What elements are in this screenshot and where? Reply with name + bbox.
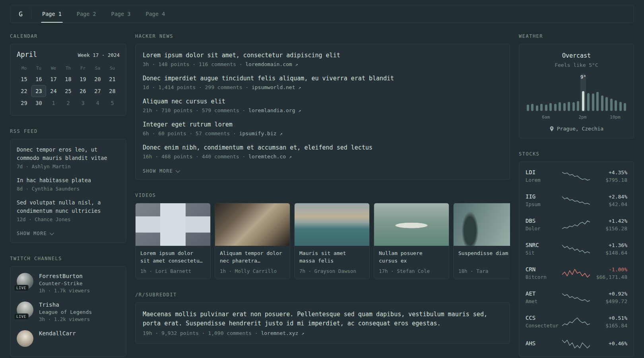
stock-info: LDI Lorem [526,169,562,183]
stock-row[interactable]: AET Amet +0.92% $499.72 [519,285,634,309]
stock-row[interactable]: CCS Consectetur +0.51% $165.84 [519,309,634,334]
video-card[interactable]: Aliquam tempor dolor nec pharetra… 1h · … [215,203,290,279]
rss-item-title[interactable]: Sed volutpat nulla nisl, a condimentum n… [17,198,120,215]
reddit-post-title[interactable]: Maecenas mollis pulvinar erat non posuer… [143,310,502,328]
calendar-card: April Week 17 · 2024 Mo Tu We Th Fr Sa S [10,44,126,116]
calendar-week-year: Week 17 · 2024 [78,52,120,58]
video-title[interactable]: Suspendisse diam [454,246,510,265]
hn-domain-link[interactable]: ipsumify.biz [239,130,277,136]
stock-ticker: LDI [526,169,562,175]
tab-page-2[interactable]: Page 2 [69,5,104,23]
calendar-day-selected: 23 [31,85,46,97]
stock-price: $795.18 [591,177,627,183]
stock-price: $165.84 [591,323,627,329]
video-title[interactable]: Lorem ipsum dolor sit amet consectetu… [136,246,210,265]
calendar-day: 27 [90,85,105,97]
stock-row[interactable]: AHS +0.46% [519,334,634,354]
hacker-news-widget: HACKER NEWS Lorem ipsum dolor sit amet, … [135,33,510,180]
twitch-channel-game: Counter-Strike [39,280,90,286]
weather-bar [544,74,549,112]
twitch-channel-row[interactable]: LIVE Trisha League of Legends 3h · 1.2k … [17,302,120,322]
hn-item: Aliquam nec cursus elit 21h · 710 points… [143,97,502,113]
calendar-month: April [17,51,37,58]
weather-bar [600,74,605,112]
rss-item-meta: 8d · Cynthia Saunders [17,186,120,192]
twitch-channel-name[interactable]: KendallCarr [39,330,76,337]
reddit-domain-link[interactable]: loremnet.xyz [261,330,298,336]
hn-item-title[interactable]: Lorem ipsum dolor sit amet, consectetur … [143,51,502,60]
hn-meta-text: 3h · 148 points · 116 comments · [143,61,242,67]
calendar-header: April Week 17 · 2024 [17,51,120,58]
twitch-channel-row[interactable]: KendallCarr [17,330,120,347]
video-title[interactable]: Aliquam tempor dolor nec pharetra… [215,246,290,265]
video-thumbnail [454,203,510,246]
stocks-widget: STOCKS LDI Lorem +4.35% $795.18 [519,151,634,357]
hn-meta-text: 16h · 468 points · 440 comments · [143,154,245,160]
rss-show-more-button[interactable]: SHOW MORE [17,231,53,236]
stock-row[interactable]: IIG Ipsum +2.84% $42.04 [519,188,634,212]
video-card[interactable]: Suspendisse diam 18h · Tara [453,203,510,279]
hn-item-title[interactable]: Integer eget rutrum lorem [143,121,502,129]
tab-page-4[interactable]: Page 4 [138,5,173,23]
video-card[interactable]: Nullam posuere cursus ex 17h · Stefan Co… [374,203,449,279]
calendar-day-next-month: 4 [90,97,105,109]
hn-meta-text: 1d · 1,414 points · 299 comments · [143,84,248,90]
weather-bars: 9° [526,74,627,112]
weekday-label: Su [105,63,120,73]
weather-bar [576,74,581,112]
hn-item-title[interactable]: Aliquam nec cursus elit [143,97,502,106]
stock-ticker: AET [526,290,562,297]
tab-page-1[interactable]: Page 1 [35,5,69,23]
rss-item: Sed volutpat nulla nisl, a condimentum n… [17,198,120,222]
video-meta: 7h · Grayson Dawson [295,265,369,279]
hn-domain-link[interactable]: loremtech.co [248,154,286,160]
stock-row[interactable]: DBS Dolor +1.42% $156.28 [519,212,634,237]
rss-item-title[interactable]: Donec tempor eros leo, ut commodo mauris… [17,146,120,162]
header-divider [31,9,31,19]
video-thumbnail [295,203,369,246]
twitch-widget: TWITCH CHANNELS LIVE ForrestBurton Count… [10,256,126,357]
weather-location: Prague, Czechia [557,126,603,132]
hn-domain-link[interactable]: ipsumworld.net [252,84,295,90]
video-card[interactable]: Mauris sit amet massa felis 7h · Grayson… [294,203,370,279]
hn-item-meta: 3h · 148 points · 116 comments · loremdo… [143,61,502,67]
stock-row[interactable]: CRN Bitcorn -1.00% $66,171.48 [519,261,634,285]
weather-bar [567,74,572,112]
hn-domain-link[interactable]: loremlandia.org [248,107,295,113]
stock-change: +0.51% [591,315,627,321]
app-logo[interactable]: G [12,10,29,18]
hn-item-title[interactable]: Donec imperdiet augue tincidunt felis al… [143,74,502,83]
stock-info: CCS Consectetur [526,315,562,329]
hn-domain-link[interactable]: loremdomain.com [245,61,292,67]
stock-name: Bitcorn [526,274,562,280]
twitch-channel-row[interactable]: LIVE ForrestBurton Counter-Strike 1h · 1… [17,273,120,294]
stock-values: +0.92% $499.72 [591,291,627,304]
external-link-icon: ↗ [289,154,292,160]
weather-bar [595,74,600,112]
show-more-label: SHOW MORE [143,168,173,174]
weather-bar [539,74,544,112]
stocks-card: LDI Lorem +4.35% $795.18 IIG Ipsum [519,161,634,357]
twitch-channel-name[interactable]: Trisha [39,302,92,308]
avatar: LIVE [17,302,33,318]
hn-item-title[interactable]: Donec enim nibh, condimentum et accumsan… [143,144,502,152]
twitch-channel-name[interactable]: ForrestBurton [39,273,90,279]
stock-ticker: CCS [526,315,562,321]
weather-bar [591,74,596,112]
video-card[interactable]: Lorem ipsum dolor sit amet consectetu… 1… [135,203,211,279]
tab-page-3[interactable]: Page 3 [104,5,138,23]
stock-change: +2.84% [591,194,627,200]
video-title[interactable]: Nullam posuere cursus ex [374,246,449,265]
stock-info: DBS Dolor [526,218,562,232]
stock-row[interactable]: LDI Lorem +4.35% $795.18 [519,164,634,188]
rss-item-title[interactable]: In hac habitasse platea [17,176,120,185]
external-link-icon: ↗ [295,62,298,67]
hn-show-more-button[interactable]: SHOW MORE [143,168,179,174]
stock-row[interactable]: SNRC Sit +1.36% $148.64 [519,237,634,261]
weather-location-row[interactable]: Prague, Czechia [526,126,627,132]
calendar-day: 17 [46,73,61,85]
chevron-down-icon [176,168,180,173]
video-title[interactable]: Mauris sit amet massa felis [295,246,369,265]
twitch-channel-info: KendallCarr [39,330,76,347]
weather-bar [604,74,609,112]
